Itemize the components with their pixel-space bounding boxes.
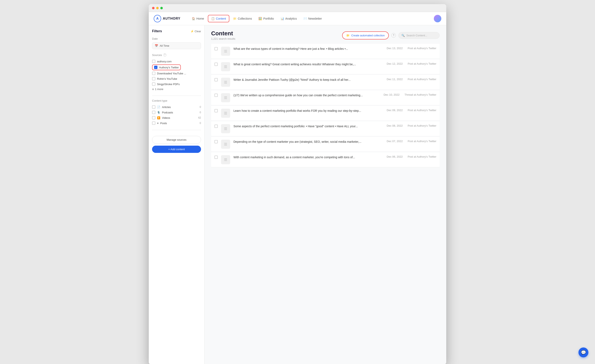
checkbox-videos[interactable] xyxy=(152,116,155,119)
source-item-youtube-dl[interactable]: Downloaded YouTube ... xyxy=(152,71,201,76)
content-header: Content 1,221 search results 📁 Create au… xyxy=(205,25,446,44)
sources-label: Sources xyxy=(152,54,162,57)
newsletter-icon: ✉️ xyxy=(304,17,307,20)
source-checkbox-twitter[interactable] xyxy=(154,66,157,69)
source-item-singyi[interactable]: SingyIStroke PDFs xyxy=(152,81,201,87)
add-content-button[interactable]: + Add content xyxy=(152,146,201,153)
content-type-articles[interactable]: 📄 Articles 0 xyxy=(152,104,201,110)
source-checkbox-singyi[interactable] xyxy=(152,82,155,86)
content-text-8: With content marketing in such demand, a… xyxy=(234,155,383,159)
avatar[interactable] xyxy=(434,15,441,22)
row-checkbox-8[interactable] xyxy=(214,156,218,159)
content-source-3: Post at Authory's Twitter xyxy=(408,78,436,81)
nav-item-newsletter[interactable]: ✉️ Newsletter xyxy=(301,15,325,22)
more-sources-link[interactable]: ∨ 1 more xyxy=(152,87,201,92)
twitter-source-wrapper: Authory's Twitter xyxy=(152,64,181,70)
content-date-1: Dec 13, 2022 xyxy=(387,47,403,50)
checkbox-posts[interactable] xyxy=(152,121,155,125)
sidebar-header: Filters ⚡ Clear xyxy=(152,29,201,33)
source-item-authory[interactable]: authory.com xyxy=(152,59,201,64)
checkbox-articles[interactable] xyxy=(152,105,155,109)
content-source-8: Post at Authory's Twitter xyxy=(408,155,436,158)
source-item-rohins-yt[interactable]: Rohin's YouTube xyxy=(152,76,201,81)
clear-button[interactable]: ⚡ Clear xyxy=(191,30,201,33)
content-source-4: Thread at Authory's Twitter xyxy=(404,93,436,96)
icon-podcasts: 🎙️ xyxy=(157,111,160,114)
main-layout: Filters ⚡ Clear Date 📅 All Time Sources … xyxy=(149,25,446,364)
source-item-twitter[interactable]: Authory's Twitter xyxy=(152,64,201,71)
icon-videos: ▶️ xyxy=(157,116,160,119)
source-checkbox-authory[interactable] xyxy=(152,60,155,63)
nav-item-collections-label: Collections xyxy=(238,17,252,20)
content-icon-2 xyxy=(221,62,230,71)
analytics-icon: 📊 xyxy=(281,17,284,20)
row-checkbox-7[interactable] xyxy=(214,140,218,143)
row-checkbox-1[interactable] xyxy=(214,47,218,50)
icon-articles: 📄 xyxy=(157,106,160,109)
row-checkbox-4[interactable] xyxy=(214,93,218,97)
source-checkbox-youtube-dl[interactable] xyxy=(152,72,155,75)
source-checkbox-rohins-yt[interactable] xyxy=(152,77,155,80)
search-placeholder: Search Content... xyxy=(406,34,427,37)
app-window: A AUTHORY 🏠 Home 📋 Content 📁 Collections… xyxy=(149,4,446,364)
sources-help-icon[interactable]: ? xyxy=(163,53,167,57)
content-date-6: Dec 08, 2022 xyxy=(387,124,403,127)
content-type-posts[interactable]: ≡ Posts 0 xyxy=(152,121,201,126)
result-count: 1,221 search results xyxy=(211,37,235,40)
content-icon-7 xyxy=(221,140,230,149)
create-collection-button[interactable]: 📁 Create automated collection xyxy=(342,31,389,39)
row-checkbox-5[interactable] xyxy=(214,109,218,112)
date-filter: Date 📅 All Time xyxy=(152,37,201,49)
manage-sources-button[interactable]: Manage sources xyxy=(152,136,201,143)
content-date-4: Dec 10, 2022 xyxy=(384,93,400,96)
title-group: Content 1,221 search results xyxy=(211,30,235,41)
date-selector[interactable]: 📅 All Time xyxy=(152,42,201,49)
content-type-podcasts[interactable]: 🎙️ Podcasts 0 xyxy=(152,110,201,115)
navbar: A AUTHORY 🏠 Home 📋 Content 📁 Collections… xyxy=(149,12,446,25)
chat-icon: 💬 xyxy=(581,350,586,355)
collections-icon: 📁 xyxy=(233,17,237,20)
search-box[interactable]: 🔍 Search Content... xyxy=(398,32,440,39)
close-button[interactable] xyxy=(152,7,155,9)
chat-fab[interactable]: 💬 xyxy=(579,348,588,357)
row-checkbox-2[interactable] xyxy=(214,63,218,66)
nav-item-newsletter-label: Newsletter xyxy=(308,17,322,20)
row-checkbox-6[interactable] xyxy=(214,125,218,128)
nav-item-portfolio-label: Portfolio xyxy=(263,17,274,20)
content-list: What are the various types of content in… xyxy=(205,44,446,167)
content-area: Content 1,221 search results 📁 Create au… xyxy=(205,25,446,364)
portfolio-icon: 🖼️ xyxy=(258,17,262,20)
nav-item-content[interactable]: 📋 Content xyxy=(208,15,229,22)
content-icon-6 xyxy=(221,124,230,133)
row-checkbox-3[interactable] xyxy=(214,78,218,81)
table-row: With content marketing in such demand, a… xyxy=(211,152,440,167)
count-posts: 0 xyxy=(199,122,201,125)
content-meta-2: Dec 12, 2022 Post at Authory's Twitter xyxy=(387,62,436,65)
home-icon: 🏠 xyxy=(192,17,195,20)
collection-icon: 📁 xyxy=(346,34,350,37)
content-meta-8: Dec 06, 2022 Post at Authory's Twitter xyxy=(387,155,436,158)
source-label-rohins-yt: Rohin's YouTube xyxy=(157,77,177,80)
nav-item-collections[interactable]: 📁 Collections xyxy=(230,15,255,22)
sources-filter: Sources ? authory.com Authory's Twitter xyxy=(152,53,201,92)
help-icon[interactable]: ? xyxy=(391,33,396,38)
label-posts: Posts xyxy=(160,122,167,125)
source-label-authory: authory.com xyxy=(157,60,172,63)
content-text-7: Depending on the type of content markete… xyxy=(234,140,383,144)
content-source-2: Post at Authory's Twitter xyxy=(408,62,436,65)
content-type-videos[interactable]: ▶️ Videos 62 xyxy=(152,115,201,121)
maximize-button[interactable] xyxy=(160,7,163,9)
chevron-down-icon: ∨ xyxy=(152,88,154,91)
nav-item-home-label: Home xyxy=(197,17,204,20)
count-articles: 0 xyxy=(199,106,201,108)
content-type-label: Content type xyxy=(152,99,201,102)
nav-item-home[interactable]: 🏠 Home xyxy=(189,15,207,22)
content-text-2: What is great content writing? Great con… xyxy=(234,62,383,66)
content-icon-5 xyxy=(221,109,230,118)
nav-item-portfolio[interactable]: 🖼️ Portfolio xyxy=(255,15,277,22)
minimize-button[interactable] xyxy=(156,7,159,9)
checkbox-podcasts[interactable] xyxy=(152,111,155,114)
logo[interactable]: A AUTHORY xyxy=(154,15,181,22)
logo-text: AUTHORY xyxy=(163,17,181,21)
nav-item-analytics[interactable]: 📊 Analytics xyxy=(278,15,300,22)
